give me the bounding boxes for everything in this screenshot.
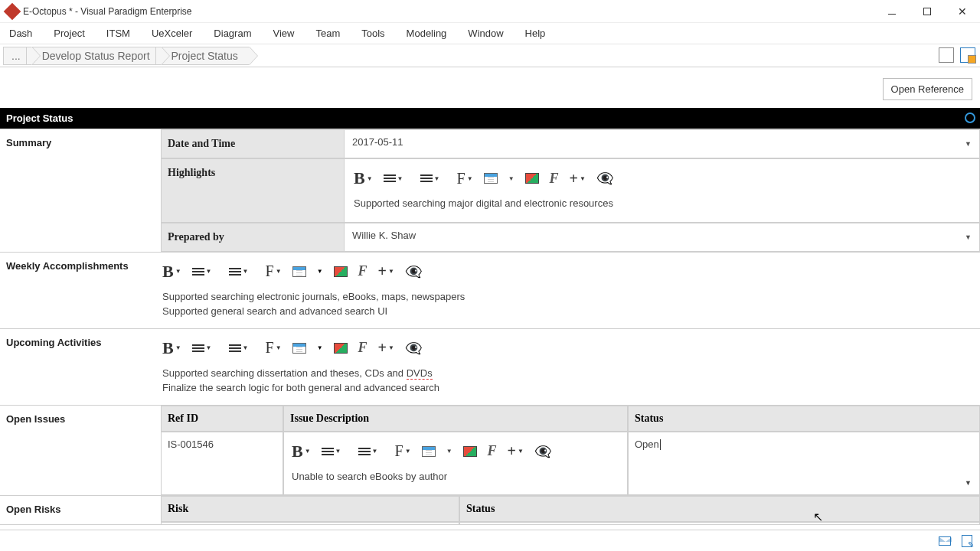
target-icon[interactable] — [965, 112, 975, 123]
find-icon[interactable]: 👁‍🗨 — [596, 170, 613, 187]
close-button[interactable] — [945, 0, 980, 23]
image-icon[interactable] — [463, 446, 477, 457]
risks-header-risk: Risk — [161, 496, 459, 522]
layout-icon[interactable] — [939, 47, 954, 63]
open-risks-label: Open Risks — [0, 496, 161, 525]
image-icon[interactable] — [334, 266, 348, 277]
date-time-field[interactable]: 2017-05-11 — [345, 129, 980, 158]
maximize-button[interactable] — [910, 0, 945, 23]
menu-team[interactable]: Team — [315, 28, 340, 39]
list-icon[interactable]: ▼ — [229, 343, 255, 354]
bold-icon[interactable]: B▼ — [162, 262, 181, 282]
weekly-text[interactable]: Supported searching electronic journals,… — [161, 288, 980, 324]
open-issues-label: Open Issues — [0, 406, 161, 496]
risk-status-cell[interactable] — [459, 522, 980, 525]
issue-refid-cell[interactable]: IS-001546 — [161, 432, 283, 496]
table-icon[interactable] — [422, 446, 436, 457]
menu-itsm[interactable]: ITSM — [106, 28, 130, 39]
highlights-label: Highlights — [161, 158, 345, 223]
menu-window[interactable]: Window — [468, 28, 503, 39]
menu-help[interactable]: Help — [525, 28, 546, 39]
bold-icon[interactable]: B▼ — [292, 442, 311, 461]
menu-view[interactable]: View — [273, 28, 294, 39]
highlights-toolbar: B▼ ▼ ▼ F▼ ▼ F +▼ 👁‍🗨 — [352, 165, 972, 194]
issues-header-status: Status — [628, 406, 980, 432]
highlights-field[interactable]: B▼ ▼ ▼ F▼ ▼ F +▼ 👁‍🗨 Supported searching… — [345, 158, 980, 223]
window-controls — [874, 0, 980, 23]
list-icon[interactable]: ▼ — [420, 173, 446, 184]
upcoming-label: Upcoming Activities — [0, 329, 161, 405]
app-logo-icon — [4, 2, 21, 20]
menu-dash[interactable]: Dash — [9, 28, 32, 39]
risks-header-status: Status — [459, 496, 980, 522]
issue-desc-cell[interactable]: B▼ ▼ ▼ F▼ ▼ F +▼ 👁‍🗨 Unable to search eB… — [283, 432, 628, 496]
list-icon[interactable]: ▼ — [229, 266, 255, 277]
section-banner-project-status: Project Status — [0, 108, 980, 129]
font-icon[interactable]: F▼ — [395, 442, 411, 460]
titlebar: E-Octopus * - Visual Paradigm Enterprise — [0, 0, 980, 23]
bold-icon[interactable]: B▼ — [162, 338, 181, 358]
prepared-by-label: Prepared by — [161, 223, 345, 252]
prepared-by-field[interactable]: Willie K. Shaw — [345, 223, 980, 252]
upcoming-toolbar: B▼ ▼ ▼ F▼ ▼ F +▼ 👁‍🗨 — [161, 335, 980, 364]
table-icon[interactable] — [292, 266, 306, 277]
issues-header-desc: Issue Description — [283, 406, 628, 432]
menu-uexceler[interactable]: UeXceler — [152, 28, 192, 39]
image-icon[interactable] — [525, 173, 539, 184]
mail-icon[interactable] — [939, 536, 951, 546]
minimize-button[interactable] — [874, 0, 910, 23]
clear-format-icon[interactable]: F — [358, 340, 368, 356]
clear-format-icon[interactable]: F — [550, 171, 559, 187]
content-area[interactable]: Open Reference Project Status Summary Da… — [0, 67, 980, 525]
menubar: Dash Project ITSM UeXceler Diagram View … — [0, 23, 980, 44]
open-reference-button[interactable]: Open Reference — [883, 78, 972, 100]
banner-title: Project Status — [6, 112, 73, 124]
font-icon[interactable]: F▼ — [266, 339, 282, 357]
weekly-toolbar: B▼ ▼ ▼ F▼ ▼ F +▼ 👁‍🗨 — [161, 259, 980, 288]
insert-icon[interactable]: +▼ — [570, 170, 586, 187]
insert-icon[interactable]: +▼ — [378, 262, 394, 280]
upcoming-text[interactable]: Supported searching dissertation and the… — [161, 364, 980, 400]
font-icon[interactable]: F▼ — [266, 262, 282, 280]
clear-format-icon[interactable]: F — [488, 443, 497, 459]
insert-icon[interactable]: +▼ — [508, 442, 524, 460]
risk-cell[interactable] — [161, 522, 459, 525]
highlights-text[interactable]: Supported searching major digital and el… — [352, 194, 972, 216]
menu-modeling[interactable]: Modeling — [407, 28, 447, 39]
panel-icon[interactable] — [960, 47, 975, 63]
window-title: E-Octopus * - Visual Paradigm Enterprise — [23, 6, 192, 17]
issue-toolbar: B▼ ▼ ▼ F▼ ▼ F +▼ 👁‍🗨 — [290, 439, 621, 468]
weekly-label: Weekly Accomplishments — [0, 253, 161, 328]
table-icon[interactable] — [484, 173, 498, 184]
breadcrumb-develop-status-report[interactable]: Develop Status Report — [26, 47, 162, 65]
summary-label: Summary — [0, 129, 161, 252]
issue-status-cell[interactable]: Open — [628, 432, 980, 496]
menu-tools[interactable]: Tools — [361, 28, 384, 39]
align-icon[interactable]: ▼ — [192, 266, 218, 277]
align-icon[interactable]: ▼ — [384, 173, 410, 184]
bold-icon[interactable]: B▼ — [354, 168, 373, 188]
breadcrumb: ... Develop Status Report Project Status — [0, 44, 980, 67]
edit-note-icon[interactable] — [962, 535, 972, 547]
menu-diagram[interactable]: Diagram — [214, 28, 251, 39]
menu-project[interactable]: Project — [54, 28, 84, 39]
date-time-label: Date and Time — [161, 129, 345, 158]
image-icon[interactable] — [334, 343, 348, 354]
find-icon[interactable]: 👁‍🗨 — [534, 443, 551, 460]
find-icon[interactable]: 👁‍🗨 — [405, 340, 422, 357]
insert-icon[interactable]: +▼ — [378, 339, 394, 357]
issues-header-refid: Ref ID — [161, 406, 283, 432]
find-icon[interactable]: 👁‍🗨 — [405, 263, 422, 280]
statusbar — [0, 530, 980, 551]
table-icon[interactable] — [292, 343, 306, 354]
font-icon[interactable]: F▼ — [457, 170, 473, 187]
clear-format-icon[interactable]: F — [358, 263, 368, 279]
align-icon[interactable]: ▼ — [192, 343, 218, 354]
list-icon[interactable]: ▼ — [358, 446, 384, 457]
align-icon[interactable]: ▼ — [322, 446, 348, 457]
